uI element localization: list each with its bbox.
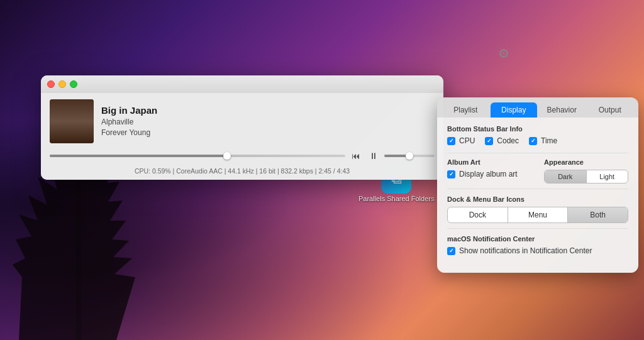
tab-playlist[interactable]: Playlist [442,102,489,118]
track-album: Forever Young [101,128,435,138]
dark-mode-button[interactable]: Dark [545,170,586,183]
appearance-control: Dark Light [544,170,628,184]
divider-2 [447,189,628,189]
volume-knob[interactable] [406,152,413,160]
appearance-section: Appearance Dark Light [544,158,628,184]
tab-output[interactable]: Output [587,102,634,118]
bottom-status-section-title: Bottom Status Bar Info [447,125,628,133]
volume-bar[interactable] [384,151,435,161]
maximize-button[interactable] [70,80,77,88]
light-mode-button[interactable]: Light [586,170,628,183]
divider-3 [447,228,628,229]
settings-panel: Playlist Display Behavior Output Bottom … [437,97,638,273]
skip-back-button[interactable]: ⏮ [349,150,363,162]
player-content: Big in Japan Alphaville Forever Young [41,93,443,150]
notification-label: Show notifications in Notification Cente… [459,246,592,255]
settings-body: Bottom Status Bar Info CPU Codec Time Al… [437,118,638,263]
cpu-label: CPU [459,136,475,145]
seek-track [50,155,345,157]
time-checkbox-row: Time [529,136,557,145]
codec-label: Codec [497,136,519,145]
seek-bar[interactable] [50,151,345,161]
notification-title: macOS Notification Center [447,235,628,243]
controls-row: ⏮ ⏸ [41,150,443,165]
display-album-art-checkbox[interactable] [447,170,455,178]
codec-checkbox[interactable] [485,137,493,145]
seek-knob[interactable] [223,152,231,160]
cpu-checkbox[interactable] [447,137,455,145]
track-title: Big in Japan [101,104,435,117]
close-button[interactable] [47,80,55,88]
two-col-section: Album Art Display album art Appearance D… [447,158,628,184]
menu-button[interactable]: Menu [508,207,568,222]
both-button[interactable]: Both [567,207,628,222]
appearance-title: Appearance [544,158,628,166]
dock-menu-title: Dock & Menu Bar Icons [447,195,628,203]
divider-1 [447,153,628,153]
cpu-checkbox-row: CPU [447,136,475,145]
track-info: Big in Japan Alphaville Forever Young [101,104,435,138]
tabs-bar: Playlist Display Behavior Output [437,97,638,118]
dock-button[interactable]: Dock [448,207,508,222]
titlebar [41,75,443,93]
album-art-title: Album Art [447,158,531,166]
volume-track [384,155,435,157]
tab-display[interactable]: Display [491,102,538,118]
codec-checkbox-row: Codec [485,136,519,145]
album-art-image [50,99,94,143]
status-bar-checkboxes: CPU Codec Time [447,136,628,148]
album-art [50,99,94,143]
notification-row: Show notifications in Notification Cente… [447,246,628,255]
parallels-icon-label: Parallels Shared Folders [358,195,434,203]
display-album-art-row: Display album art [447,170,531,178]
gear-icon[interactable]: ⚙ [494,43,514,63]
time-checkbox[interactable] [529,137,537,145]
seek-fill [50,155,227,157]
tab-behavior[interactable]: Behavior [538,102,586,118]
status-bar: CPU: 0.59% | CoreAudio AAC | 44.1 kHz | … [41,165,443,180]
notification-checkbox[interactable] [447,247,455,255]
display-album-art-label: Display album art [459,170,518,178]
track-artist: Alphaville [101,117,435,128]
minimize-button[interactable] [58,80,66,88]
time-label: Time [541,136,557,145]
album-art-section: Album Art Display album art [447,158,531,184]
player-window: Big in Japan Alphaville Forever Young ⏮ … [41,75,443,180]
dock-menu-control: Dock Menu Both [447,207,628,223]
play-pause-button[interactable]: ⏸ [367,150,380,162]
